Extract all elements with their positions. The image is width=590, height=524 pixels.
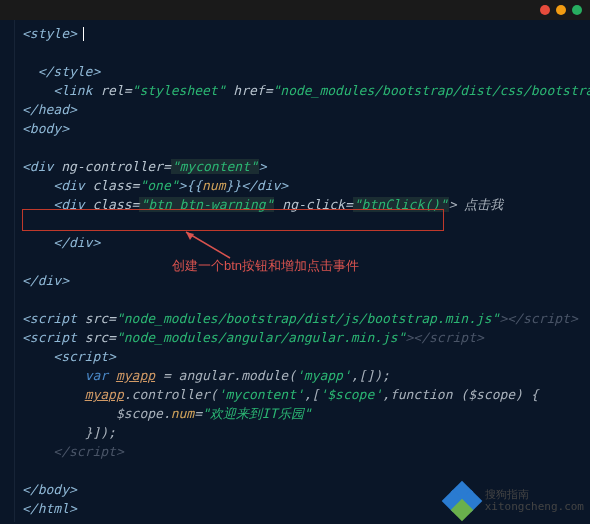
- title-bar: [0, 0, 590, 20]
- watermark: 搜狗指南 xitongcheng.com: [445, 484, 584, 518]
- code-line: <script src="node_modules/bootstrap/dist…: [22, 309, 588, 328]
- annotation-text: 创建一个btn按钮和增加点击事件: [172, 256, 359, 275]
- window-dot-icon: [572, 5, 582, 15]
- code-line: var myapp = angular.module('myapp',[]);: [22, 366, 588, 385]
- code-line: <style>: [22, 24, 588, 43]
- code-line: }]);: [22, 423, 588, 442]
- code-editor[interactable]: <style> </style> <link rel="stylesheet" …: [0, 20, 590, 522]
- code-line: </div>: [22, 233, 588, 252]
- code-line: <script>: [22, 347, 588, 366]
- code-line: [22, 214, 588, 233]
- code-line: [22, 290, 588, 309]
- text-cursor: [83, 27, 84, 41]
- window-dot-icon: [540, 5, 550, 15]
- code-line: [22, 138, 588, 157]
- code-line: <div ng-controller="mycontent">: [22, 157, 588, 176]
- code-line: [22, 43, 588, 62]
- code-line: $scope.num="欢迎来到IT乐园": [22, 404, 588, 423]
- code-line: <script src="node_modules/angular/angula…: [22, 328, 588, 347]
- code-line: </script>: [22, 442, 588, 461]
- code-line: </head>: [22, 100, 588, 119]
- code-line: <div class="btn btn-warning" ng-click="b…: [22, 195, 588, 214]
- code-line: <div class="one">{{num}}</div>: [22, 176, 588, 195]
- code-line: </style>: [22, 62, 588, 81]
- code-line: myapp.controller('mycontent',['$scope',f…: [22, 385, 588, 404]
- watermark-logo-icon: [445, 484, 479, 518]
- code-line: <body>: [22, 119, 588, 138]
- code-line: [22, 461, 588, 480]
- watermark-text: xitongcheng.com: [485, 501, 584, 513]
- code-line: <link rel="stylesheet" href="node_module…: [22, 81, 588, 100]
- window-dot-icon: [556, 5, 566, 15]
